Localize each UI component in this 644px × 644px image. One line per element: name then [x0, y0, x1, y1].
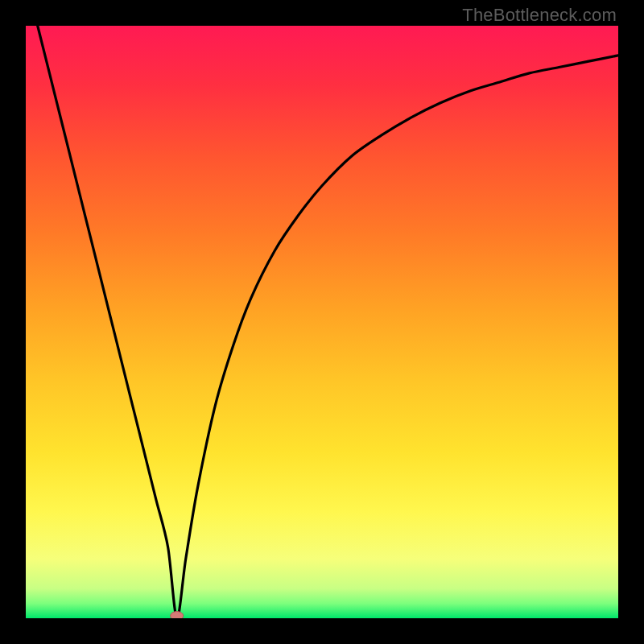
gradient-background — [26, 26, 618, 618]
chart-svg — [26, 26, 618, 618]
minimum-marker — [171, 612, 184, 619]
plot-area — [26, 26, 618, 618]
outer-frame: TheBottleneck.com — [0, 0, 644, 644]
watermark-text: TheBottleneck.com — [462, 5, 617, 26]
